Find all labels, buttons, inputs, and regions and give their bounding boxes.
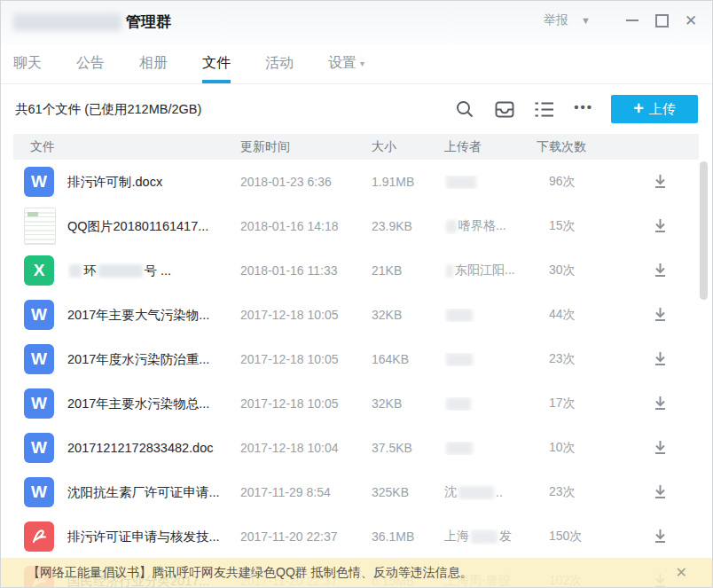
download-button[interactable] bbox=[649, 170, 670, 192]
more-options-button[interactable]: ••• bbox=[574, 105, 593, 114]
list-view-button[interactable] bbox=[534, 100, 555, 119]
report-button[interactable]: 举报 bbox=[544, 12, 568, 28]
file-table-row[interactable]: X 环号 ... 2018-01-16 11:33 21KB 东阳江阳... 3… bbox=[1, 248, 712, 293]
file-size: 21KB bbox=[372, 263, 444, 278]
download-icon bbox=[652, 395, 669, 412]
maximize-button[interactable] bbox=[651, 10, 672, 31]
redacted-text bbox=[446, 353, 473, 366]
word-file-icon: W bbox=[24, 167, 54, 197]
file-updated-time: 2017-12-18 10:04 bbox=[240, 441, 372, 455]
file-download-count: 96次 bbox=[537, 174, 639, 190]
file-uploader: 东阳江阳... bbox=[444, 263, 535, 278]
download-button[interactable] bbox=[649, 436, 670, 458]
file-download-count: 15次 bbox=[537, 218, 639, 234]
tab-album[interactable]: 相册 bbox=[139, 43, 168, 83]
redacted-text bbox=[98, 264, 143, 278]
file-updated-time: 2017-11-20 22:37 bbox=[240, 529, 372, 544]
file-count-summary: 共61个文件 (已使用212MB/2GB) bbox=[15, 101, 201, 118]
file-name: 排污许可证申请与核发技... bbox=[67, 529, 238, 545]
file-table-row[interactable]: W 沈阳抗生素厂许可证申请... 2017-11-29 8:54 325KB 沈… bbox=[1, 470, 712, 514]
file-download-count: 150次 bbox=[537, 529, 639, 545]
word-file-icon: W bbox=[24, 477, 54, 507]
file-table-row[interactable]: W 排污许可制.docx 2018-01-23 6:36 1.91MB 96次 bbox=[1, 160, 712, 204]
title-bar: 管理群 举报 ▼ ✕ bbox=[1, 1, 712, 43]
image-file-icon bbox=[24, 208, 56, 245]
file-table-header: 文件 更新时间 大小 上传者 下载次数 bbox=[13, 134, 699, 160]
ellipsis-icon: ••• bbox=[574, 99, 593, 114]
file-table-row[interactable]: W 2017年主要大气污染物... 2017-12-18 10:05 32KB … bbox=[1, 293, 712, 337]
file-table-row[interactable]: QQ图片201801161417... 2018-01-16 14:18 23.… bbox=[1, 204, 712, 248]
redacted-text bbox=[446, 397, 471, 411]
file-download-count: 23次 bbox=[537, 351, 639, 367]
redacted-text bbox=[446, 442, 473, 455]
file-download-count: 10次 bbox=[537, 440, 639, 456]
tab-announcement[interactable]: 公告 bbox=[76, 43, 105, 83]
file-uploader: 沈.. bbox=[444, 484, 535, 500]
file-table-row[interactable]: W 2017年度水污染防治重... 2017-12-18 10:05 164KB… bbox=[1, 337, 712, 381]
download-button[interactable] bbox=[649, 525, 670, 546]
minimize-icon bbox=[626, 20, 639, 21]
group-tab-bar: 聊天 公告 相册 文件 活动 设置▾ bbox=[1, 43, 712, 83]
minimize-button[interactable] bbox=[622, 10, 643, 31]
download-button[interactable] bbox=[649, 481, 670, 502]
report-caret-icon[interactable]: ▼ bbox=[581, 15, 591, 26]
search-button[interactable] bbox=[455, 99, 475, 120]
download-icon bbox=[652, 173, 669, 190]
file-uploader bbox=[444, 176, 535, 189]
download-icon bbox=[652, 483, 669, 500]
file-download-count: 30次 bbox=[537, 263, 639, 278]
file-updated-time: 2017-12-18 10:05 bbox=[240, 396, 372, 411]
file-download-count: 17次 bbox=[537, 396, 639, 412]
tab-files[interactable]: 文件 bbox=[202, 43, 231, 83]
file-updated-time: 2017-12-18 10:05 bbox=[240, 308, 372, 322]
pdf-file-icon bbox=[24, 521, 54, 552]
tab-activity[interactable]: 活动 bbox=[265, 43, 294, 83]
file-name: 20171212172833482.doc bbox=[67, 441, 238, 455]
file-updated-time: 2017-11-29 8:54 bbox=[240, 485, 372, 499]
file-uploader bbox=[444, 309, 535, 322]
upload-button[interactable]: + 上传 bbox=[611, 95, 698, 123]
redacted-text bbox=[69, 264, 82, 278]
close-button[interactable]: ✕ bbox=[680, 10, 701, 31]
list-view-icon bbox=[534, 100, 555, 119]
redacted-text bbox=[446, 176, 476, 189]
file-updated-time: 2018-01-16 14:18 bbox=[240, 219, 372, 233]
download-button[interactable] bbox=[649, 348, 670, 369]
inbox-tray-icon bbox=[494, 99, 515, 120]
download-button[interactable] bbox=[649, 259, 670, 280]
download-button[interactable] bbox=[649, 303, 670, 325]
file-size: 37.5KB bbox=[372, 441, 444, 455]
file-uploader: 上海发 bbox=[444, 529, 535, 545]
download-icon bbox=[652, 262, 669, 278]
chevron-down-icon: ▾ bbox=[360, 59, 364, 68]
file-size: 36.1MB bbox=[372, 529, 444, 544]
file-table-row[interactable]: W 2017年主要水污染物总... 2017-12-18 10:05 32KB … bbox=[1, 381, 712, 426]
scrollbar-thumb[interactable] bbox=[700, 161, 708, 300]
download-button[interactable] bbox=[649, 392, 670, 413]
redacted-text bbox=[471, 530, 498, 544]
tab-chat[interactable]: 聊天 bbox=[13, 43, 42, 83]
redacted-text bbox=[446, 309, 473, 322]
file-name: 2017年度水污染防治重... bbox=[67, 351, 238, 368]
word-file-icon: W bbox=[24, 344, 54, 374]
file-size: 325KB bbox=[372, 485, 444, 499]
file-size: 1.91MB bbox=[372, 175, 444, 189]
file-uploader bbox=[444, 442, 535, 455]
file-updated-time: 2018-01-16 11:33 bbox=[240, 263, 372, 278]
redacted-group-name bbox=[13, 13, 121, 31]
word-file-icon: W bbox=[24, 388, 54, 419]
file-name: 沈阳抗生素厂许可证申请... bbox=[67, 484, 238, 501]
banner-close-icon[interactable]: ✕ bbox=[676, 566, 687, 580]
redacted-text bbox=[458, 486, 494, 499]
tab-settings[interactable]: 设置▾ bbox=[328, 43, 364, 83]
file-table-row[interactable]: 排污许可证申请与核发技... 2017-11-20 22:37 36.1MB 上… bbox=[1, 514, 712, 559]
received-files-button[interactable] bbox=[494, 99, 515, 120]
header-download-count: 下载次数 bbox=[537, 139, 639, 155]
file-table-row[interactable]: W 20171212172833482.doc 2017-12-18 10:04… bbox=[1, 426, 712, 470]
redacted-text bbox=[446, 264, 453, 278]
download-button[interactable] bbox=[649, 215, 670, 236]
group-title: 管理群 bbox=[13, 12, 171, 32]
header-updated-time: 更新时间 bbox=[240, 139, 372, 155]
file-name: 环号 ... bbox=[67, 263, 238, 279]
file-name: 2017年主要大气污染物... bbox=[67, 307, 238, 324]
